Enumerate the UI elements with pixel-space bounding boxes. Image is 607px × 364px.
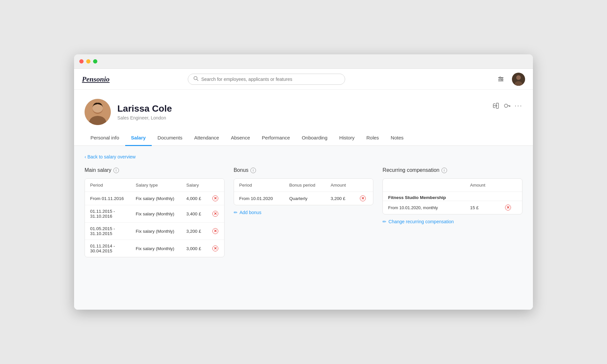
key-button[interactable] [503,102,511,109]
bonus-card: Period Bonus period Amount From 10.01.20… [234,178,374,205]
remove-row-button[interactable]: ✕ [212,211,218,217]
row-period: 01.05.2015 -31.10.2015 [85,223,130,240]
search-icon [193,76,199,82]
main-salary-title: Main salary i [85,167,225,173]
remove-row-button[interactable]: ✕ [212,228,218,234]
recurring-section: Recurring compensation i Amount [382,167,522,225]
login-as-button[interactable] [492,102,499,109]
main-content: ‹ Back to salary overview Main salary i … [74,146,533,310]
titlebar [74,54,533,69]
col-period: Period [234,179,284,192]
tab-salary[interactable]: Salary [125,130,152,146]
row-type: Fix salary (Monthly) [130,223,181,240]
row-bonus-period: Quarterly [284,192,325,205]
remove-row-button[interactable]: ✕ [212,246,218,251]
row-period: From 01.11.2016 [85,192,130,205]
col-period: Period [85,179,130,192]
salary-columns: Main salary i Period Salary type Salary [85,167,522,257]
row-salary: 3,000 £ [181,240,207,257]
remove-icon: ✕ [212,246,218,251]
recurring-card: Amount Fitness Studio Membership [382,178,522,214]
main-salary-card: Period Salary type Salary From 01.11.201… [85,178,225,257]
recurring-item-row: From 10.01.2020, monthly 15 £ ✕ [383,201,522,214]
row-type: Fix salary (Monthly) [130,240,181,257]
svg-rect-5 [499,77,501,78]
logo: Pensonio [82,75,109,83]
col-actions [500,179,522,192]
col-salary-type: Salary type [130,179,181,192]
row-salary: 4,000 £ [181,192,207,205]
tab-notes[interactable]: Notes [385,130,409,146]
col-actions [355,179,373,192]
bonus-section: Bonus i Period Bonus period Amount [234,167,374,215]
row-type: Fix salary (Monthly) [130,205,181,223]
change-recurring-link[interactable]: ✏ Change recurring compensation [382,219,454,224]
recurring-item-label: Fitness Studio Membership [388,195,446,200]
tab-documents[interactable]: Documents [152,130,188,146]
bonus-table: Period Bonus period Amount From 10.01.20… [234,179,373,205]
tab-onboarding[interactable]: Onboarding [296,130,333,146]
main-salary-section: Main salary i Period Salary type Salary [85,167,225,257]
maximize-dot[interactable] [93,59,97,64]
table-row: 01.11.2014 -30.04.2015 Fix salary (Month… [85,240,224,257]
bonus-info-icon[interactable]: i [250,168,256,173]
remove-icon: ✕ [212,211,218,217]
recurring-title: Recurring compensation i [382,167,522,173]
svg-rect-4 [498,81,503,81]
main-salary-info-icon[interactable]: i [113,168,119,173]
tab-history[interactable]: History [333,130,361,146]
table-row: 01.11.2015 -31.10.2016 Fix salary (Month… [85,205,224,223]
search-bar [188,74,345,85]
col-bonus-period: Bonus period [284,179,325,192]
profile-name: Larissa Cole [117,103,172,114]
svg-line-1 [197,79,198,81]
row-period: From 10.01.2020 [234,192,284,205]
tab-absence[interactable]: Absence [225,130,256,146]
profile-header: Larissa Cole Sales Engineer, London [74,90,533,125]
app-window: Pensonio [74,54,533,310]
more-button[interactable]: ··· [515,101,522,110]
pencil-icon: ✏ [234,210,238,215]
row-period: 01.11.2015 -31.10.2016 [85,205,130,223]
col-amount: Amount [465,179,500,192]
table-row: From 10.01.2020 Quarterly 3,200 £ ✕ [234,192,373,205]
col-salary: Salary [181,179,207,192]
tabs-bar: Personal info Salary Documents Attendanc… [74,130,533,146]
main-salary-table: Period Salary type Salary From 01.11.201… [85,179,224,257]
col-amount: Amount [325,179,355,192]
remove-icon: ✕ [360,195,366,201]
row-salary: 3,400 £ [181,205,207,223]
remove-row-button[interactable]: ✕ [212,195,218,201]
svg-point-15 [504,104,508,107]
tab-roles[interactable]: Roles [361,130,385,146]
back-to-salary-link[interactable]: ‹ Back to salary overview [85,154,136,159]
col-name [383,179,465,192]
profile-actions: ··· [492,99,522,110]
profile-avatar [85,99,111,125]
svg-rect-6 [501,79,503,80]
recurring-info-icon[interactable]: i [441,168,447,173]
tab-performance[interactable]: Performance [256,130,296,146]
recurring-item-amount: 15 £ [465,201,500,214]
tab-attendance[interactable]: Attendance [188,130,225,146]
nav-right [495,73,525,86]
close-dot[interactable] [79,59,84,64]
remove-recurring-button[interactable]: ✕ [505,205,511,210]
recurring-table: Amount Fitness Studio Membership [383,179,522,214]
row-amount: 3,200 £ [325,192,355,205]
row-period: 01.11.2014 -30.04.2015 [85,240,130,257]
col-actions [207,179,224,192]
remove-icon: ✕ [212,195,218,201]
svg-point-8 [516,75,521,80]
tab-personal-info[interactable]: Personal info [85,130,125,146]
user-avatar-nav[interactable] [512,73,525,86]
recurring-group-header: Fitness Studio Membership [383,192,522,201]
minimize-dot[interactable] [86,59,90,64]
add-bonus-link[interactable]: ✏ Add bonus [234,210,262,215]
app-content: Pensonio [74,69,533,310]
navbar: Pensonio [74,69,533,90]
remove-row-button[interactable]: ✕ [360,195,366,201]
search-input[interactable] [201,77,340,82]
filters-button[interactable] [495,73,507,85]
row-salary: 3,200 £ [181,223,207,240]
